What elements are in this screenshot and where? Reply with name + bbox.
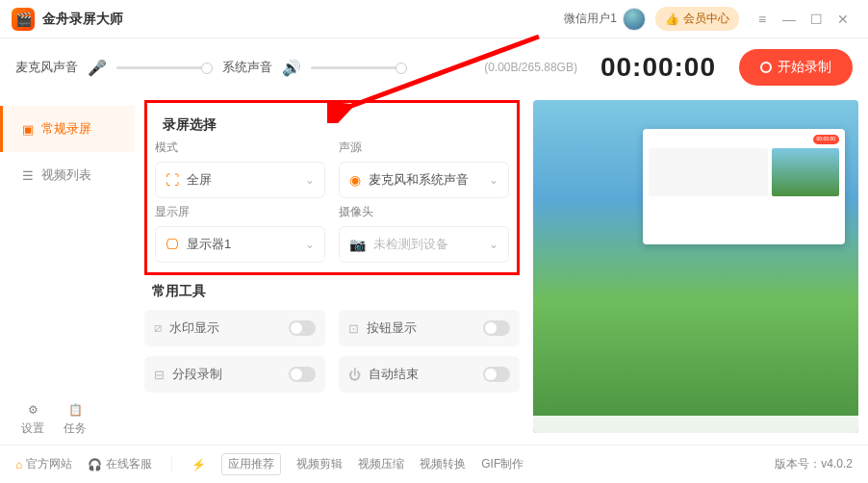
chevron-down-icon: ⌄ [489,238,498,251]
gear-icon: ⚙ [28,403,38,417]
camera-label: 摄像头 [339,204,509,220]
camera-select[interactable]: 📷 未检测到设备 ⌄ [339,226,509,263]
preview-area: 00:00:00 [533,100,858,433]
preview-thumbnail: 00:00:00 [643,129,845,244]
chevron-down-icon: ⌄ [305,173,315,187]
display-select[interactable]: 🖵 显示器1 ⌄ [155,226,325,263]
menu-button[interactable]: ≡ [749,6,776,33]
clipboard-icon: 📋 [68,403,83,417]
home-icon: ⌂ [15,458,22,471]
display-label: 显示屏 [155,204,325,220]
segment-toggle[interactable] [289,367,316,382]
avatar[interactable] [623,8,646,31]
footer-link-convert[interactable]: 视频转换 [420,456,466,472]
webcam-icon: 📷 [349,237,366,252]
close-button[interactable]: ✕ [830,6,856,33]
audio-icon: ◉ [349,172,361,188]
chevron-down-icon: ⌄ [489,173,498,187]
separator [171,457,172,472]
footer-link-gif[interactable]: GIF制作 [481,456,523,472]
maximize-button[interactable]: ☐ [803,6,830,33]
footer-link-compress[interactable]: 视频压缩 [358,456,404,472]
chevron-down-icon: ⌄ [305,238,315,251]
audio-source-select[interactable]: ◉ 麦克风和系统声音 ⌄ [339,162,509,198]
autoend-toggle[interactable] [483,367,510,382]
app-title: 金舟录屏大师 [42,11,564,28]
fullscreen-icon: ⛶ [166,172,179,188]
microphone-icon[interactable]: 🎤 [88,59,107,77]
mic-label: 麦克风声音 [15,59,78,76]
camera-icon: ▣ [22,122,34,137]
footer-link-edit[interactable]: 视频剪辑 [296,456,343,472]
list-icon: ☰ [22,168,34,183]
bolt-icon: ⚡ [191,458,206,471]
speaker-icon[interactable]: 🔊 [282,59,301,77]
tasks-button[interactable]: 📋 任务 [64,403,87,437]
watermark-toggle[interactable] [289,320,316,336]
watermark-icon: ⧄ [154,320,162,336]
monitor-icon: 🖵 [166,237,179,252]
customer-service-link[interactable]: 🎧在线客服 [88,456,152,472]
sidebar-item-record[interactable]: ▣ 常规录屏 [0,106,135,152]
mode-select[interactable]: ⛶ 全屏 ⌄ [155,162,325,198]
power-icon: ⏻ [348,368,361,382]
start-record-button[interactable]: 开始录制 [739,49,853,86]
button-icon: ⊡ [348,321,359,336]
system-sound-label: 系统声音 [222,59,272,76]
section-recording-title: 录屏选择 [163,116,509,134]
app-recommend-tag[interactable]: 应用推荐 [221,453,281,475]
version-text: 版本号：v4.0.2 [775,456,853,472]
tool-watermark[interactable]: ⧄ 水印显示 [144,310,325,346]
system-volume-slider[interactable] [311,66,407,69]
sidebar-item-videolist[interactable]: ☰ 视频列表 [0,152,135,198]
recording-options-box: 录屏选择 模式 ⛶ 全屏 ⌄ 声源 ◉ 麦克风和系 [144,100,520,275]
tool-button-display[interactable]: ⊡ 按钮显示 [339,310,520,346]
record-icon [760,62,772,73]
preview-taskbar [533,416,858,433]
thumbs-icon: 👍 [665,13,679,26]
tool-autoend[interactable]: ⏻ 自动结束 [339,356,520,393]
tool-segment[interactable]: ⊟ 分段录制 [144,356,325,393]
app-logo-icon: 🎬 [12,8,35,31]
storage-text: (0.00B/265.88GB) [484,61,577,74]
mode-label: 模式 [155,140,325,156]
minimize-button[interactable]: — [776,6,803,33]
timer-display: 00:00:00 [600,52,716,83]
source-label: 声源 [339,140,509,156]
button-display-toggle[interactable] [483,320,510,336]
segment-icon: ⊟ [154,368,165,382]
settings-button[interactable]: ⚙ 设置 [21,403,44,437]
headset-icon: 🎧 [88,458,102,471]
mic-volume-slider[interactable] [116,66,213,69]
section-tools-title: 常用工具 [152,283,520,300]
vip-center-button[interactable]: 👍会员中心 [655,7,739,31]
user-name: 微信用户1 [564,11,617,27]
official-site-link[interactable]: ⌂官方网站 [15,456,72,472]
